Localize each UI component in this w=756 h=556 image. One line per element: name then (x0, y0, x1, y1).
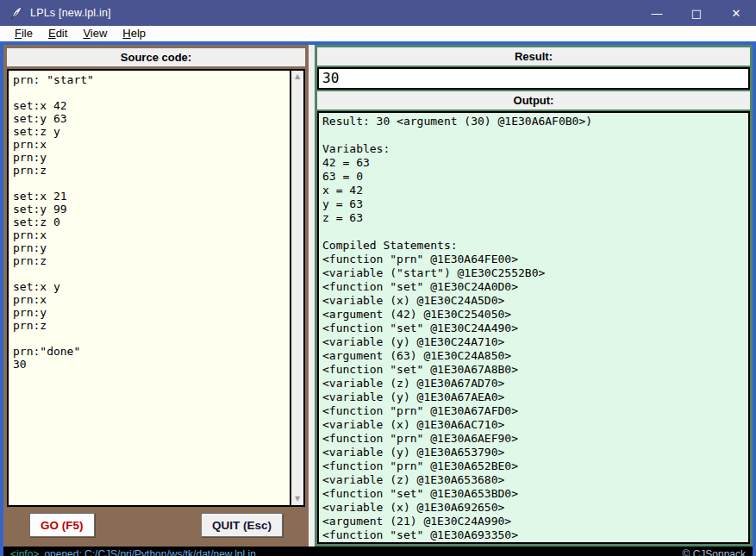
menu-help[interactable]: Help (115, 26, 153, 41)
result-field[interactable]: 30 (317, 67, 750, 90)
status-level: <info> (10, 548, 39, 556)
result-output-panel: Result: 30 Output: Result: 30 <argument … (315, 45, 753, 547)
result-header: Result: (317, 47, 750, 66)
scroll-down-icon[interactable]: ▼ (295, 495, 300, 503)
minimize-icon[interactable]: — (637, 0, 677, 26)
status-bar: <info> opened: C:/CJS/prj/Python/ws/tk/d… (3, 547, 753, 556)
source-code-text[interactable]: prn: "start" set:x 42 set:y 63 set:z y p… (9, 71, 290, 505)
menu-edit[interactable]: Edit (41, 26, 75, 41)
window-controls: — □ ✕ (637, 0, 756, 26)
content-frame: Source code: prn: "start" set:x 42 set:y… (0, 41, 756, 556)
menubar: File Edit View Help (0, 26, 756, 41)
quit-button[interactable]: QUIT (Esc) (201, 513, 283, 537)
window-title: LPLs [new.lpl.in] (30, 7, 111, 19)
button-row: GO (F5) QUIT (Esc) (7, 507, 305, 543)
source-panel: Source code: prn: "start" set:x 42 set:y… (3, 45, 309, 547)
close-icon[interactable]: ✕ (716, 0, 756, 26)
source-header: Source code: (7, 48, 305, 66)
source-scrollbar[interactable]: ▲ ▼ (290, 71, 303, 505)
pane-sash[interactable] (309, 45, 315, 547)
menu-view[interactable]: View (75, 26, 115, 41)
titlebar: LPLs [new.lpl.in] — □ ✕ (0, 0, 756, 26)
output-header: Output: (317, 91, 750, 109)
copyright-text: © CJSonnack (682, 548, 746, 556)
maximize-icon[interactable]: □ (677, 0, 716, 26)
go-button[interactable]: GO (F5) (29, 513, 95, 537)
output-text[interactable]: Result: 30 <argument (30) @1E30A6AF0B0>)… (317, 111, 750, 544)
app-feather-icon (9, 6, 23, 20)
status-message: opened: C:/CJS/prj/Python/ws/tk/dat/new.… (44, 548, 255, 556)
scroll-up-icon[interactable]: ▲ (295, 72, 300, 81)
menu-file[interactable]: File (7, 26, 41, 41)
source-text-widget[interactable]: prn: "start" set:x 42 set:y 63 set:z y p… (7, 69, 305, 507)
app-window: LPLs [new.lpl.in] — □ ✕ File Edit View H… (0, 0, 756, 556)
paned-area: Source code: prn: "start" set:x 42 set:y… (3, 45, 753, 547)
